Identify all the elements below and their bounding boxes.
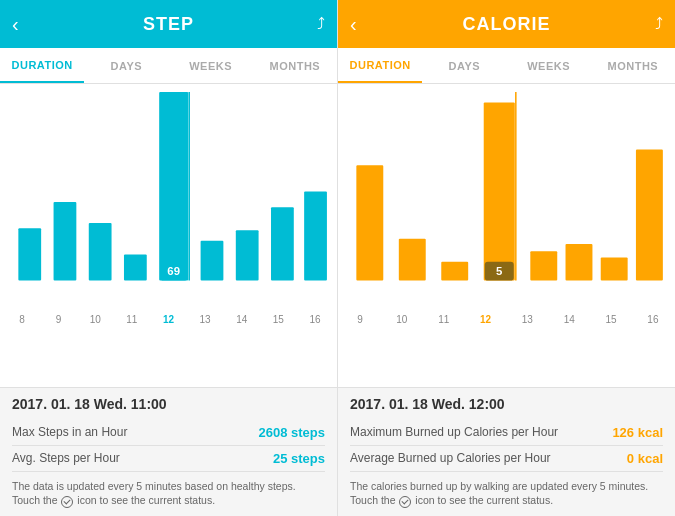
- calorie-x-label-active: 12: [476, 314, 496, 325]
- calorie-header: ‹ CALORIE ⤴: [338, 0, 675, 48]
- svg-rect-2: [54, 202, 77, 281]
- calorie-x-label: 9: [350, 314, 370, 325]
- calorie-x-label: 16: [643, 314, 663, 325]
- calorie-tab-months[interactable]: MONTHS: [591, 48, 675, 83]
- step-tab-duration[interactable]: DURATION: [0, 48, 84, 83]
- svg-rect-5: [159, 92, 188, 281]
- step-x-label: 14: [232, 314, 252, 325]
- step-chart: 69: [8, 92, 329, 312]
- step-x-label: 16: [305, 314, 325, 325]
- calorie-x-label: 15: [601, 314, 621, 325]
- step-x-label: 15: [268, 314, 288, 325]
- step-max-label: Max Steps in an Hour: [12, 425, 127, 439]
- svg-rect-11: [304, 192, 327, 281]
- svg-rect-3: [89, 223, 112, 281]
- step-x-label: 11: [122, 314, 142, 325]
- calorie-stat-avg: Average Burned up Calories per Hour 0 kc…: [350, 446, 663, 472]
- calorie-tab-weeks[interactable]: WEEKS: [507, 48, 591, 83]
- calorie-avg-label: Average Burned up Calories per Hour: [350, 451, 551, 465]
- calorie-back-button[interactable]: ‹: [350, 13, 357, 36]
- calorie-title: CALORIE: [463, 14, 551, 35]
- step-refresh-icon[interactable]: [61, 496, 73, 508]
- svg-rect-16: [484, 102, 515, 280]
- step-x-label: 13: [195, 314, 215, 325]
- calorie-chart-area: 5 9 10 11 12 13 14 15 16: [338, 84, 675, 387]
- calorie-datetime: 2017. 01. 18 Wed. 12:00: [350, 396, 663, 412]
- step-x-axis: 8 9 10 11 12 13 14 15 16: [8, 314, 329, 325]
- svg-rect-15: [441, 262, 468, 281]
- calorie-stat-max: Maximum Burned up Calories per Hour 126 …: [350, 420, 663, 446]
- calorie-x-label: 11: [434, 314, 454, 325]
- step-chart-area: 69 8 9 10 11 12 13 14 15 16: [0, 84, 337, 387]
- step-note: The data is updated every 5 minutes base…: [12, 479, 325, 508]
- calorie-x-label: 13: [517, 314, 537, 325]
- step-max-value: 2608 steps: [259, 425, 326, 440]
- step-panel: ‹ STEP ⤴ DURATION DAYS WEEKS MONTHS 69: [0, 0, 337, 516]
- step-tabs: DURATION DAYS WEEKS MONTHS: [0, 48, 337, 84]
- step-back-button[interactable]: ‹: [12, 13, 19, 36]
- svg-rect-8: [201, 241, 224, 281]
- step-tab-days[interactable]: DAYS: [84, 48, 168, 83]
- step-avg-label: Avg. Steps per Hour: [12, 451, 120, 465]
- step-stat-avg: Avg. Steps per Hour 25 steps: [12, 446, 325, 472]
- svg-rect-13: [356, 165, 383, 280]
- calorie-panel: ‹ CALORIE ⤴ DURATION DAYS WEEKS MONTHS 5: [337, 0, 675, 516]
- calorie-x-label: 10: [392, 314, 412, 325]
- svg-rect-19: [530, 251, 557, 280]
- calorie-tab-days[interactable]: DAYS: [422, 48, 506, 83]
- step-x-label-active: 12: [159, 314, 179, 325]
- calorie-x-label: 14: [559, 314, 579, 325]
- svg-rect-1: [18, 228, 41, 280]
- step-info: 2017. 01. 18 Wed. 11:00 Max Steps in an …: [0, 387, 337, 516]
- calorie-share-button[interactable]: ⤴: [655, 15, 663, 33]
- calorie-info: 2017. 01. 18 Wed. 12:00 Maximum Burned u…: [338, 387, 675, 516]
- step-header: ‹ STEP ⤴: [0, 0, 337, 48]
- svg-rect-20: [566, 244, 593, 281]
- svg-rect-22: [636, 150, 663, 281]
- calorie-x-axis: 9 10 11 12 13 14 15 16: [346, 314, 667, 325]
- step-x-label: 8: [12, 314, 32, 325]
- calorie-tabs: DURATION DAYS WEEKS MONTHS: [338, 48, 675, 84]
- svg-rect-10: [271, 207, 294, 280]
- calorie-tab-duration[interactable]: DURATION: [338, 48, 422, 83]
- step-avg-value: 25 steps: [273, 451, 325, 466]
- svg-text:5: 5: [496, 265, 503, 277]
- calorie-max-label: Maximum Burned up Calories per Hour: [350, 425, 558, 439]
- svg-rect-4: [124, 254, 147, 280]
- svg-rect-21: [601, 258, 628, 281]
- step-title: STEP: [143, 14, 194, 35]
- svg-rect-9: [236, 230, 259, 280]
- step-datetime: 2017. 01. 18 Wed. 11:00: [12, 396, 325, 412]
- step-tab-months[interactable]: MONTHS: [253, 48, 337, 83]
- calorie-note: The calories burned up by walking are up…: [350, 479, 663, 508]
- step-x-label: 10: [85, 314, 105, 325]
- step-share-button[interactable]: ⤴: [317, 15, 325, 33]
- step-tab-weeks[interactable]: WEEKS: [169, 48, 253, 83]
- svg-text:69: 69: [167, 265, 180, 277]
- calorie-refresh-icon[interactable]: [399, 496, 411, 508]
- calorie-max-value: 126 kcal: [612, 425, 663, 440]
- calorie-avg-value: 0 kcal: [627, 451, 663, 466]
- svg-rect-14: [399, 239, 426, 281]
- step-x-label: 9: [49, 314, 69, 325]
- calorie-chart: 5: [346, 92, 667, 312]
- step-stat-max: Max Steps in an Hour 2608 steps: [12, 420, 325, 446]
